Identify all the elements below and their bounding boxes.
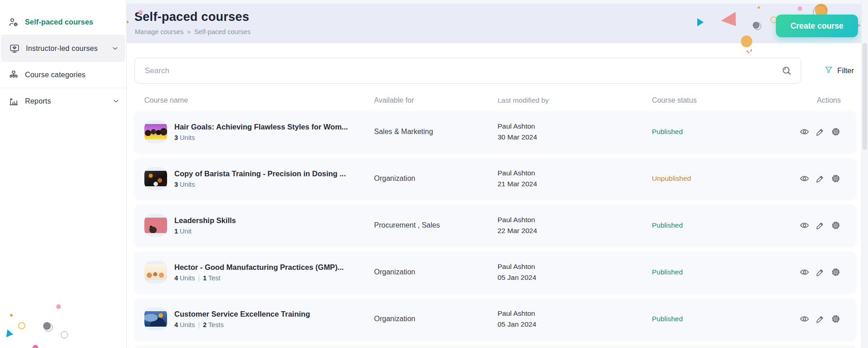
tests-word: Tests bbox=[208, 321, 224, 328]
course-meta: 4 Units|1 Test bbox=[174, 274, 344, 282]
chevron-down-icon[interactable] bbox=[112, 97, 120, 105]
modified-date: 21 Mar 2024 bbox=[498, 179, 652, 189]
edit-icon[interactable] bbox=[815, 127, 825, 137]
table-row[interactable]: Hector - Good Manufacturing Practices (G… bbox=[134, 252, 856, 293]
decor-pink-dot bbox=[33, 345, 38, 348]
create-course-button[interactable]: Create course bbox=[776, 15, 858, 37]
report-chart-icon bbox=[8, 96, 19, 107]
column-header-available-for: Available for bbox=[374, 96, 498, 104]
page-header: Self-paced courses Manage courses>Self-p… bbox=[126, 4, 862, 43]
settings-icon[interactable] bbox=[831, 314, 841, 324]
course-thumbnail bbox=[144, 308, 167, 330]
status-label: Unpublished bbox=[652, 174, 691, 182]
course-meta: 1 Unit| bbox=[174, 228, 236, 235]
instructor-screen-icon bbox=[9, 43, 20, 54]
search-icon[interactable] bbox=[781, 65, 792, 78]
units-count: 3 bbox=[174, 134, 178, 141]
edit-icon[interactable] bbox=[815, 174, 825, 184]
preview-icon[interactable] bbox=[799, 174, 809, 184]
tests-count: 2 bbox=[203, 321, 207, 328]
available-for: Organization bbox=[374, 268, 498, 276]
toolbar: Filter bbox=[126, 43, 862, 84]
scrollbar-thumb[interactable] bbox=[863, 43, 867, 150]
units-word: Units bbox=[180, 134, 195, 141]
settings-icon[interactable] bbox=[831, 174, 841, 184]
top-strip bbox=[126, 0, 862, 4]
sidebar-item-course-categories[interactable]: Course categories bbox=[0, 62, 126, 88]
modified-by: Paul Ashton bbox=[498, 308, 652, 319]
table-row[interactable]: Hair Goals: Achieving Flawless Styles fo… bbox=[134, 111, 856, 152]
course-title: Leadership Skills bbox=[174, 216, 236, 225]
status-label: Published bbox=[652, 221, 683, 229]
edit-icon[interactable] bbox=[815, 314, 825, 324]
tests-word: Test bbox=[208, 274, 221, 282]
tests-meta: |1 Test bbox=[195, 274, 220, 282]
sidebar-item-label: Course categories bbox=[25, 71, 85, 79]
breadcrumb-current: Self-paced courses bbox=[194, 28, 251, 35]
table-row[interactable]: Customer Service Excellence Training 4 U… bbox=[134, 298, 856, 339]
status-label: Published bbox=[652, 128, 683, 135]
filter-label: Filter bbox=[837, 66, 854, 75]
edit-icon[interactable] bbox=[815, 221, 825, 230]
page-title: Self-paced courses bbox=[134, 10, 249, 24]
sidebar-item-label: Instructor-led courses bbox=[26, 45, 98, 53]
modified-date: 22 Mar 2024 bbox=[498, 225, 652, 236]
sidebar-item-instructor-led-courses[interactable]: Instructor-led courses bbox=[1, 35, 125, 61]
breadcrumb-parent[interactable]: Manage courses bbox=[135, 28, 183, 35]
course-meta: 3 Units| bbox=[174, 134, 348, 141]
edit-icon[interactable] bbox=[815, 268, 825, 277]
tests-meta: |2 Tests bbox=[195, 321, 223, 328]
units-word: Unit bbox=[180, 228, 192, 235]
modified-date: 30 Mar 2024 bbox=[498, 132, 652, 143]
course-title: Hair Goals: Achieving Flawless Styles fo… bbox=[174, 123, 348, 131]
available-for: Procurement , Sales bbox=[374, 221, 498, 229]
units-count: 1 bbox=[174, 228, 178, 235]
course-thumbnail bbox=[144, 261, 167, 283]
breadcrumb: Manage courses>Self-paced courses bbox=[135, 28, 251, 35]
sidebar-item-self-paced-courses[interactable]: Self-paced courses bbox=[0, 9, 126, 35]
available-for: Organization bbox=[374, 174, 498, 183]
units-count: 4 bbox=[174, 321, 178, 328]
course-table-body: Hair Goals: Achieving Flawless Styles fo… bbox=[134, 111, 856, 339]
settings-icon[interactable] bbox=[831, 220, 841, 230]
course-title: Customer Service Excellence Training bbox=[174, 310, 310, 318]
course-meta: 4 Units|2 Tests bbox=[174, 321, 310, 328]
available-for: Sales & Marketing bbox=[374, 128, 498, 136]
modified-date: 05 Jan 2024 bbox=[498, 319, 652, 330]
table-row-partial bbox=[134, 345, 856, 348]
course-thumbnail bbox=[144, 167, 167, 190]
units-count: 3 bbox=[174, 181, 178, 188]
sidebar-item-reports[interactable]: Reports bbox=[0, 88, 126, 114]
preview-icon[interactable] bbox=[799, 220, 809, 230]
modified-by: Paul Ashton bbox=[498, 214, 652, 225]
filter-icon bbox=[824, 65, 833, 76]
column-header-course-name: Course name bbox=[144, 96, 374, 104]
settings-icon[interactable] bbox=[831, 267, 841, 277]
decor-yellow-ring bbox=[18, 322, 25, 329]
column-header-last-modified-by: Last modified by bbox=[498, 95, 652, 106]
status-label: Published bbox=[652, 268, 683, 276]
vertical-scrollbar[interactable] bbox=[861, 0, 868, 348]
sidebar-item-label: Self-paced courses bbox=[25, 18, 93, 26]
table-row[interactable]: Copy of Barista Training - Precision in … bbox=[134, 158, 856, 199]
column-header-course-status: Course status bbox=[652, 96, 799, 104]
sidebar-item-label: Reports bbox=[25, 97, 51, 105]
course-thumbnail bbox=[144, 120, 167, 143]
preview-icon[interactable] bbox=[799, 314, 809, 324]
table-row[interactable]: Leadership Skills 1 Unit| Procurement , … bbox=[134, 205, 856, 246]
units-word: Units bbox=[180, 321, 195, 328]
modified-by: Paul Ashton bbox=[498, 261, 652, 272]
preview-icon[interactable] bbox=[799, 267, 809, 277]
search-input[interactable] bbox=[134, 58, 801, 84]
chevron-down-icon[interactable] bbox=[111, 45, 119, 52]
last-modified: Paul Ashton 21 Mar 2024 bbox=[498, 168, 652, 189]
filter-button[interactable]: Filter bbox=[824, 65, 854, 76]
courses-table: Course name Available for Last modified … bbox=[126, 84, 856, 348]
course-title: Hector - Good Manufacturing Practices (G… bbox=[174, 263, 344, 272]
sidebar: Self-paced courses Instructor-led course… bbox=[0, 0, 127, 348]
preview-icon[interactable] bbox=[799, 127, 809, 137]
status-label: Published bbox=[652, 315, 683, 323]
breadcrumb-separator: > bbox=[187, 29, 191, 35]
decor-orange-dot bbox=[10, 314, 13, 317]
settings-icon[interactable] bbox=[831, 127, 841, 137]
